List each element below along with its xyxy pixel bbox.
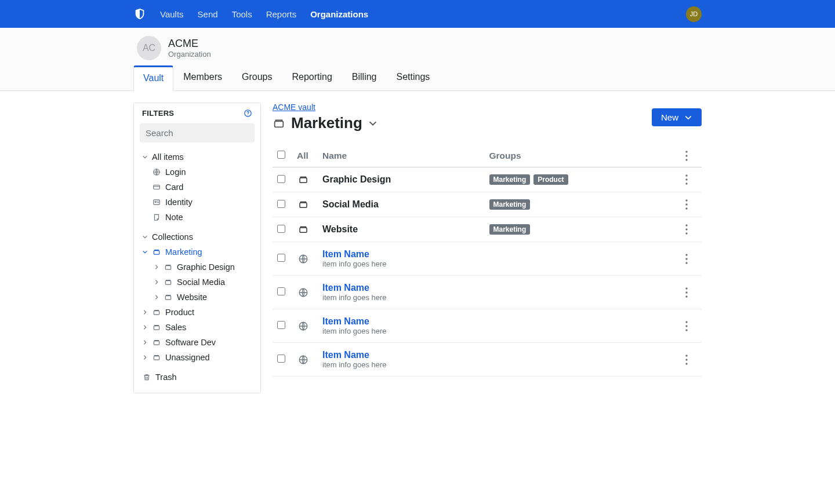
- svg-point-20: [685, 174, 687, 176]
- user-avatar[interactable]: JD: [686, 6, 702, 22]
- heading-dropdown-icon[interactable]: [368, 119, 377, 128]
- row-groups: [485, 242, 681, 276]
- svg-rect-8: [165, 266, 170, 269]
- row-groups: [485, 276, 681, 309]
- filter-type-card[interactable]: Card: [142, 180, 255, 195]
- filter-type-identity[interactable]: Identity: [142, 195, 255, 210]
- row-checkbox[interactable]: [277, 225, 285, 233]
- svg-point-34: [685, 262, 687, 264]
- svg-point-42: [685, 329, 687, 331]
- row-checkbox[interactable]: [277, 287, 285, 295]
- tab-members[interactable]: Members: [173, 65, 232, 91]
- nav-vaults[interactable]: Vaults: [160, 9, 184, 19]
- tab-billing[interactable]: Billing: [342, 65, 387, 91]
- row-options-icon[interactable]: [685, 287, 697, 298]
- filter-label: Sales: [165, 323, 186, 332]
- row-checkbox[interactable]: [277, 254, 285, 262]
- nav-reports[interactable]: Reports: [266, 9, 297, 19]
- row-options-icon[interactable]: [685, 355, 697, 365]
- globe-icon: [292, 309, 318, 343]
- filters-panel: FILTERS All items Login Card: [133, 103, 261, 393]
- filter-all-items[interactable]: All items: [142, 149, 255, 165]
- svg-point-46: [685, 363, 687, 364]
- chevron-right-icon: [154, 294, 159, 300]
- row-options-icon[interactable]: [685, 321, 697, 331]
- col-name[interactable]: Name: [318, 145, 485, 167]
- svg-point-25: [685, 203, 687, 205]
- collection-unassigned[interactable]: Unassigned: [142, 350, 255, 365]
- search-input[interactable]: [140, 123, 255, 143]
- row-groups: MarketingProduct: [485, 167, 681, 192]
- breadcrumb[interactable]: ACME vault: [273, 103, 315, 112]
- filter-label: Card: [165, 182, 183, 192]
- filter-trash[interactable]: Trash: [142, 370, 255, 385]
- svg-point-21: [685, 178, 687, 180]
- svg-point-37: [685, 291, 687, 293]
- svg-point-30: [685, 232, 687, 234]
- tab-vault[interactable]: Vault: [133, 65, 173, 91]
- table-row: Graphic DesignMarketingProduct: [273, 167, 702, 192]
- row-options-icon[interactable]: [685, 199, 697, 210]
- row-groups: Marketing: [485, 192, 681, 217]
- collection-icon: [152, 353, 161, 361]
- row-options-icon[interactable]: [685, 254, 697, 264]
- filter-type-note[interactable]: Note: [142, 210, 255, 225]
- row-options-icon[interactable]: [685, 174, 697, 185]
- svg-point-29: [685, 228, 687, 230]
- svg-point-26: [685, 207, 687, 209]
- collection-social-media[interactable]: Social Media: [142, 275, 255, 290]
- row-options-icon[interactable]: [685, 224, 697, 235]
- header-options-icon[interactable]: [685, 151, 697, 161]
- row-title[interactable]: Social Media: [322, 199, 480, 210]
- chevron-right-icon: [154, 264, 159, 270]
- row-checkbox[interactable]: [277, 175, 285, 183]
- row-title[interactable]: Item Name: [322, 283, 480, 293]
- collection-icon: [152, 248, 161, 256]
- collection-website[interactable]: Website: [142, 290, 255, 305]
- collection-graphic-design[interactable]: Graphic Design: [142, 260, 255, 275]
- collection-software-dev[interactable]: Software Dev: [142, 335, 255, 350]
- collection-sales[interactable]: Sales: [142, 320, 255, 335]
- row-title[interactable]: Graphic Design: [322, 174, 480, 185]
- svg-point-24: [685, 199, 687, 201]
- select-all-checkbox[interactable]: [277, 151, 285, 159]
- group-chip: Product: [533, 174, 568, 185]
- col-groups[interactable]: Groups: [485, 145, 681, 167]
- collection-marketing[interactable]: Marketing: [142, 244, 255, 260]
- logo-shield-icon: [133, 8, 146, 20]
- row-checkbox[interactable]: [277, 321, 285, 329]
- svg-rect-7: [154, 251, 159, 254]
- row-title[interactable]: Website: [322, 224, 480, 235]
- row-title[interactable]: Item Name: [322, 249, 480, 260]
- nav-send[interactable]: Send: [198, 9, 218, 19]
- svg-point-40: [685, 321, 687, 323]
- org-avatar: AC: [137, 36, 161, 60]
- svg-point-41: [685, 325, 687, 327]
- row-title[interactable]: Item Name: [322, 316, 480, 327]
- nav-organizations[interactable]: Organizations: [310, 9, 368, 19]
- collection-icon: [152, 308, 161, 316]
- col-all[interactable]: All: [292, 145, 318, 167]
- card-icon: [152, 183, 161, 191]
- nav-tools[interactable]: Tools: [232, 9, 252, 19]
- collection-product[interactable]: Product: [142, 305, 255, 320]
- tab-reporting[interactable]: Reporting: [282, 65, 342, 91]
- filter-label: Unassigned: [165, 353, 210, 362]
- row-checkbox[interactable]: [277, 200, 285, 208]
- tab-groups[interactable]: Groups: [232, 65, 282, 91]
- items-table: All Name Groups Graphic DesignMarketingP…: [273, 145, 702, 377]
- row-title[interactable]: Item Name: [322, 350, 480, 360]
- org-name: ACME: [168, 38, 211, 50]
- table-row: Social MediaMarketing: [273, 192, 702, 217]
- tab-settings[interactable]: Settings: [387, 65, 440, 91]
- svg-point-1: [248, 115, 248, 115]
- new-button[interactable]: New: [652, 108, 702, 126]
- svg-point-33: [685, 258, 687, 260]
- help-icon[interactable]: [244, 109, 252, 118]
- filter-type-login[interactable]: Login: [142, 165, 255, 180]
- row-checkbox[interactable]: [277, 355, 285, 363]
- svg-point-45: [685, 359, 687, 360]
- collection-icon: [273, 117, 285, 130]
- table-row: Item Nameitem info goes here: [273, 242, 702, 276]
- filter-collections-header[interactable]: Collections: [142, 229, 255, 244]
